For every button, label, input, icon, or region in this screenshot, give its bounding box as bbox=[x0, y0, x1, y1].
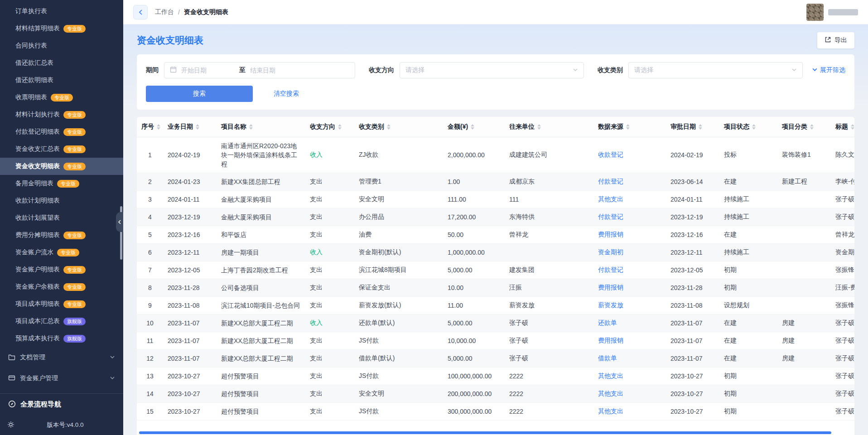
sidebar-menu-item[interactable]: 费用分摊明细表 专业版 bbox=[0, 227, 123, 244]
table-row[interactable]: 7 2023-12-05 上海丁香园2期改造工程 支出 滨江花城8期项目 5,0… bbox=[137, 261, 854, 279]
column-header[interactable]: 项目状态 bbox=[719, 117, 777, 137]
data-source-link[interactable]: 薪资发放 bbox=[598, 301, 623, 309]
end-date-input[interactable] bbox=[250, 67, 304, 74]
table-row[interactable]: 3 2024-01-11 金融大厦采购项目 支出 安全文明 111.00 111… bbox=[137, 191, 854, 208]
table-row[interactable]: 15 2023-10-27 超付预警项目 支出 JS付款 300,000,000… bbox=[137, 403, 854, 420]
data-source-link[interactable]: 其他支出 bbox=[598, 407, 623, 415]
sort-icon[interactable] bbox=[810, 124, 814, 130]
cell-business-date: 2023-11-28 bbox=[163, 279, 217, 297]
table-row[interactable]: 8 2023-11-28 公司备选项目 支出 保证金支出 10.00 汪振 费用… bbox=[137, 279, 854, 297]
sidebar-group-documents[interactable]: 文档管理 bbox=[0, 347, 123, 368]
column-header[interactable]: 收支类别 bbox=[354, 117, 443, 137]
column-header[interactable]: 数据来源 bbox=[593, 117, 666, 137]
table-row[interactable]: 4 2023-12-19 金融大厦采购项目 支出 办公用品 17,200.00 … bbox=[137, 208, 854, 226]
sort-icon[interactable] bbox=[157, 124, 160, 130]
panorama-flow-nav[interactable]: 全景流程导航 bbox=[0, 393, 123, 415]
column-header[interactable]: 业务日期 bbox=[163, 117, 217, 137]
table-row[interactable]: 14 2023-10-27 超付预警项目 支出 安全文明 200,000,000… bbox=[137, 385, 854, 403]
sort-icon[interactable] bbox=[387, 124, 391, 130]
cell-category: 借款单(默认) bbox=[354, 350, 443, 367]
sidebar-menu-item[interactable]: 项目成本汇总表 旗舰版 bbox=[0, 313, 123, 330]
cell-counterparty: 2222 bbox=[505, 385, 593, 403]
table-row[interactable]: 1 2024-02-19 南通市通州区R2020-023地块一期外墙保温涂料线条… bbox=[137, 137, 854, 173]
back-button[interactable] bbox=[133, 5, 148, 19]
sort-icon[interactable] bbox=[851, 124, 854, 130]
sidebar-menu-item[interactable]: 借还款明细表 bbox=[0, 72, 123, 89]
sidebar-collapse-handle[interactable] bbox=[116, 212, 123, 232]
table-row[interactable]: 10 2023-11-07 新建XX总部大厦工程二期 收入 还款单(默认) 5,… bbox=[137, 314, 854, 332]
column-header[interactable]: 往来单位 bbox=[505, 117, 593, 137]
sidebar-menu-item[interactable]: 项目成本明细表 专业版 bbox=[0, 295, 123, 313]
data-source-link[interactable]: 资金期初 bbox=[598, 248, 623, 256]
sidebar-menu-item[interactable]: 资金账户余额表 专业版 bbox=[0, 278, 123, 295]
sidebar-menu-item[interactable]: 收款计划展望表 bbox=[0, 209, 123, 227]
horizontal-scrollbar-thumb[interactable] bbox=[139, 431, 831, 434]
sidebar-menu-item[interactable]: 材料结算明细表 专业版 bbox=[0, 20, 123, 37]
expand-filters-link[interactable]: 展开筛选 bbox=[812, 66, 845, 74]
clear-search-link[interactable]: 清空搜索 bbox=[274, 90, 299, 98]
data-source-link[interactable]: 付款登记 bbox=[598, 213, 623, 220]
sidebar-menu-item[interactable]: 合同执行表 bbox=[0, 37, 123, 54]
column-header[interactable]: 序号 bbox=[137, 117, 163, 137]
data-source-link[interactable]: 其他支出 bbox=[598, 195, 623, 203]
avatar[interactable] bbox=[806, 4, 824, 21]
column-header[interactable]: 标题 bbox=[831, 117, 854, 137]
table-row[interactable]: 5 2023-12-16 和平饭店 支出 油费 50.00 曾祥龙 费用报销 2… bbox=[137, 226, 854, 244]
sort-icon[interactable] bbox=[196, 124, 199, 130]
category-select[interactable]: 请选择 bbox=[628, 62, 803, 78]
gear-icon[interactable] bbox=[7, 421, 14, 430]
table-row[interactable]: 9 2023-11-08 滨江花城10期项目-总包合同 支出 薪资发放(默认) … bbox=[137, 297, 854, 314]
direction-select[interactable]: 请选择 bbox=[400, 62, 584, 78]
data-source-link[interactable]: 收款登记 bbox=[598, 151, 623, 158]
date-range-picker[interactable]: 至 bbox=[164, 62, 355, 78]
sort-icon[interactable] bbox=[471, 124, 474, 130]
data-source-link[interactable]: 其他支出 bbox=[598, 390, 623, 397]
sidebar-group-fund-accounts[interactable]: 资金账户管理 bbox=[0, 368, 123, 389]
sidebar-item-label: 材料计划执行表 bbox=[15, 111, 60, 119]
sort-icon[interactable] bbox=[752, 124, 756, 130]
data-source-link[interactable]: 还款单 bbox=[598, 319, 617, 326]
column-header[interactable]: 项目名称 bbox=[217, 117, 305, 137]
sidebar-menu-item[interactable]: 材料计划执行表 专业版 bbox=[0, 106, 123, 123]
data-source-link[interactable]: 费用报销 bbox=[598, 231, 623, 238]
table-row[interactable]: 12 2023-11-07 新建XX总部大厦工程二期 支出 借款单(默认) 5,… bbox=[137, 350, 854, 367]
sort-icon[interactable] bbox=[338, 124, 342, 130]
sidebar-menu-item[interactable]: 借还款汇总表 bbox=[0, 54, 123, 72]
start-date-input[interactable] bbox=[181, 67, 235, 74]
data-source-link[interactable]: 费用报销 bbox=[598, 337, 623, 344]
breadcrumb-home[interactable]: 工作台 bbox=[155, 8, 174, 16]
export-button[interactable]: 导出 bbox=[817, 32, 854, 48]
sidebar-menu-item[interactable]: 收票明细表 专业版 bbox=[0, 89, 123, 106]
table-row[interactable]: 11 2023-11-07 新建XX总部大厦工程二期 支出 JS付款 10,00… bbox=[137, 332, 854, 350]
table-row[interactable]: 6 2023-12-11 房建一期项目 收入 资金期初(默认) 1,000,00… bbox=[137, 244, 854, 261]
sidebar-menu-item[interactable]: 资金账户明细表 专业版 bbox=[0, 261, 123, 278]
column-header[interactable]: 金额(¥) bbox=[443, 117, 505, 137]
data-source-link[interactable]: 借款单 bbox=[598, 354, 617, 362]
sort-icon[interactable] bbox=[626, 124, 630, 130]
sidebar-menu-item[interactable]: 资金账户流水 专业版 bbox=[0, 244, 123, 261]
sidebar-menu-item[interactable]: 订单执行表 bbox=[0, 3, 123, 20]
column-header[interactable]: 收支方向 bbox=[305, 117, 354, 137]
data-source-link[interactable]: 付款登记 bbox=[598, 266, 623, 273]
sidebar-menu-item[interactable]: 预算成本执行表 旗舰版 bbox=[0, 330, 123, 347]
cell-seq: 13 bbox=[137, 367, 163, 385]
sort-icon[interactable] bbox=[249, 124, 253, 130]
sidebar-menu-item[interactable]: 资金收支汇总表 专业版 bbox=[0, 140, 123, 158]
column-header[interactable]: 审批日期 bbox=[666, 117, 719, 137]
sidebar-item-label: 收款计划明细表 bbox=[15, 197, 60, 205]
sidebar-item-label: 项目成本明细表 bbox=[15, 300, 60, 308]
column-header[interactable]: 项目分类 bbox=[777, 117, 831, 137]
sidebar-menu-item[interactable]: 资金收支明细表 专业版 bbox=[0, 158, 123, 175]
table-row[interactable]: 2 2024-01-23 新建XX集团总部工程 支出 管理费1 1.00 成都京… bbox=[137, 173, 854, 191]
sort-icon[interactable] bbox=[537, 124, 541, 130]
sidebar-menu-item[interactable]: 付款登记明细表 专业版 bbox=[0, 123, 123, 140]
table-row[interactable]: 13 2023-10-27 超付预警项目 支出 JS付款 100,000,000… bbox=[137, 367, 854, 385]
data-source-link[interactable]: 其他支出 bbox=[598, 372, 623, 379]
sort-icon[interactable] bbox=[699, 124, 702, 130]
data-source-link[interactable]: 费用报销 bbox=[598, 284, 623, 291]
sidebar-menu-item[interactable]: 收款计划明细表 bbox=[0, 192, 123, 209]
search-button[interactable]: 搜索 bbox=[146, 86, 253, 102]
sidebar-menu-item[interactable]: 备用金明细表 专业版 bbox=[0, 175, 123, 192]
cell-seq: 5 bbox=[137, 226, 163, 244]
data-source-link[interactable]: 付款登记 bbox=[598, 178, 623, 185]
